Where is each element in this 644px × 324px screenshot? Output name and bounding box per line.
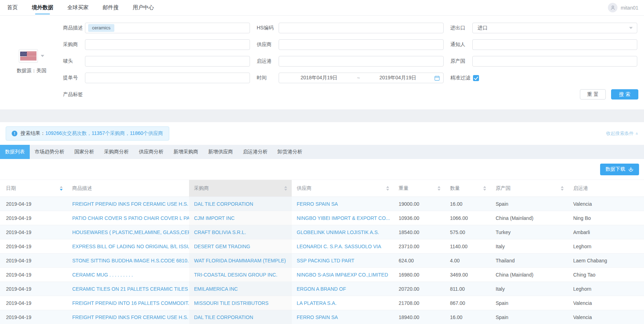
cell-link[interactable]: GLOBELINK UNIMAR LOJISTIK A.S. (297, 229, 379, 235)
column-header-3[interactable]: 供应商 (292, 180, 394, 197)
cell-link[interactable]: HOUSEWARES ( PLASTIC,MELAMINE, GLASS,CER… (72, 229, 189, 235)
cell-link[interactable]: ERGON A BRAND OF (297, 286, 346, 292)
sort-carets-icon[interactable] (438, 186, 440, 191)
cell-link[interactable]: STONE SITTING BUDDHA IMAGE H.S.CODE 6810… (72, 258, 189, 263)
tab-8[interactable]: 卸货港分析 (273, 145, 307, 159)
table-cell: Valencia (568, 296, 644, 310)
cell-link[interactable]: FREIGHT PREPAID INTO 16 PALLETS COMMODIT… (72, 300, 189, 306)
cell-link[interactable]: NINGBO S-ASIA IMP&EXP CO.,LIMITED (297, 272, 388, 278)
date-range-input[interactable]: 2018年04月19日 ~ 2019年04月19日 (279, 73, 444, 83)
cell-link[interactable]: FREIGHT PREPAID INKS FOR CERAMIC USE H.S… (72, 314, 189, 320)
datasource-selector[interactable] (19, 49, 44, 63)
table-cell: DAL TILE CORPORATION (189, 310, 292, 324)
column-header-4[interactable]: 重量 (394, 180, 445, 197)
cell-link[interactable]: SSP PACKING LTD PART (297, 258, 354, 263)
table-cell: 2019-04-19 (0, 268, 67, 282)
product-desc-label: 商品描述 (63, 25, 85, 31)
table-cell: TRI-COASTAL DESIGN GROUP INC. (189, 268, 292, 282)
column-header-0[interactable]: 日期 (0, 180, 67, 197)
tab-2[interactable]: 国家分析 (69, 145, 99, 159)
cell-link[interactable]: CJM IMPORT INC (194, 215, 235, 221)
sort-carets-icon[interactable] (483, 186, 486, 191)
calendar-icon (434, 75, 440, 81)
cell-link[interactable]: MISSOURI TILE DISTRIBUTORS (194, 300, 268, 306)
data-download-button[interactable]: 数据下载 (600, 164, 639, 175)
cell-link[interactable]: NINGBO YIBEI IMPORT & EXPORT CO... (297, 215, 390, 221)
cell-link[interactable]: DAL TILE CORPORATION (194, 314, 253, 320)
tab-0[interactable]: 数据列表 (0, 145, 30, 159)
table-row-4: 2019-04-19STONE SITTING BUDDHA IMAGE H.S… (0, 254, 644, 268)
date-start[interactable]: 2018年04月19日 (283, 75, 355, 81)
table-cell: 16.00 (445, 310, 491, 324)
hs-code-label: HS编码 (257, 25, 279, 31)
table-cell: Ching Tao (568, 268, 644, 282)
nav-item-2[interactable]: 全球买家 (67, 0, 89, 15)
column-label: 商品描述 (72, 185, 92, 191)
sort-carets-icon[interactable] (386, 186, 389, 191)
date-end[interactable]: 2019年04月19日 (361, 75, 434, 81)
tab-1[interactable]: 市场趋势分析 (30, 145, 69, 159)
cell-link[interactable]: CRAFT BOLIVIA S.R.L. (194, 229, 246, 235)
sort-carets-icon[interactable] (561, 186, 564, 191)
tab-5[interactable]: 新增采购商 (169, 145, 203, 159)
user-menu[interactable]: mitan01 (608, 0, 638, 15)
cell-link[interactable]: LA PLATERA S.A. (297, 300, 337, 306)
tab-7[interactable]: 启运港分析 (238, 145, 273, 159)
column-header-5[interactable]: 数量 (445, 180, 491, 197)
product-desc-tag[interactable]: ceramics (88, 24, 114, 32)
supplier-input[interactable] (279, 39, 444, 50)
notify-party-input[interactable] (472, 39, 637, 50)
table-cell: 2019-04-19 (0, 310, 67, 324)
table-row-6: 2019-04-19CERAMIC TILES ON 21 PALLETS CE… (0, 282, 644, 296)
table-cell: 2019-04-19 (0, 225, 67, 239)
tab-6[interactable]: 新增供应商 (203, 145, 238, 159)
results-summary: ! 搜索结果： 109266次交易次数，11357个采购商，11860个供应商 (6, 126, 169, 141)
cell-link[interactable]: EMILAMERICA INC (194, 286, 238, 292)
tab-4[interactable]: 供应商分析 (134, 145, 169, 159)
table-cell: Ning Bo (568, 211, 644, 225)
date-separator: ~ (355, 75, 361, 81)
tab-3[interactable]: 采购商分析 (99, 145, 134, 159)
table-cell: 16980.00 (394, 268, 445, 282)
table-cell: FERRO SPAIN SA (292, 310, 394, 324)
table-cell: LA PLATERA S.A. (292, 296, 394, 310)
precise-filter-checkbox[interactable] (473, 75, 479, 81)
cell-link[interactable]: CERAMIC TILES ON 21 PALLETS CERAMIC TILE… (72, 286, 189, 292)
cell-link[interactable]: PATIO CHAIR COVER S PATIO CHAIR COVER L … (72, 215, 189, 221)
search-form: 商品描述 ceramics HS编码 进出口 进口 采购商 (63, 23, 644, 100)
hs-code-input[interactable] (279, 23, 444, 33)
cell-link[interactable]: CERAMIC MUG . . . . . . . . . (72, 272, 133, 278)
cell-link[interactable]: FERRO SPAIN SA (297, 201, 338, 207)
collapse-search-link[interactable]: 收起搜索条件 « (606, 130, 638, 137)
cell-link[interactable]: DESERT GEM TRADING (194, 244, 250, 249)
bill-number-input[interactable] (85, 73, 250, 83)
loading-port-input[interactable] (279, 56, 444, 67)
sort-carets-icon[interactable] (284, 186, 287, 191)
nav-item-3[interactable]: 邮件搜 (103, 0, 119, 15)
nav-item-0[interactable]: 首页 (7, 0, 18, 15)
table-cell: China (Mainland) (491, 211, 568, 225)
cell-link[interactable]: LEONARDI C. S.P.A. SASSUOLO VIA (297, 244, 381, 249)
purchaser-input[interactable] (85, 39, 250, 50)
cell-link[interactable]: WAT FLORIDA DHAMMARAM (TEMPLE) (194, 258, 286, 263)
username: mitan01 (621, 5, 638, 11)
table-cell: 19000.00 (394, 197, 445, 211)
shipping-marks-input[interactable] (85, 56, 250, 67)
origin-country-input[interactable] (472, 56, 637, 67)
column-header-6[interactable]: 原产国 (491, 180, 568, 197)
import-export-select[interactable]: 进口 (472, 23, 637, 33)
cell-link[interactable]: EXPRESS BILL OF LADING NO ORIGINAL B/L I… (72, 244, 189, 249)
column-header-2[interactable]: 采购商 (189, 180, 292, 197)
cell-link[interactable]: FERRO SPAIN SA (297, 314, 338, 320)
reset-button[interactable]: 重 置 (580, 89, 606, 100)
sort-carets-icon[interactable] (60, 186, 63, 191)
product-desc-input[interactable]: ceramics (85, 23, 250, 33)
table-cell: CERAMIC MUG . . . . . . . . . (67, 268, 189, 282)
cell-link[interactable]: FREIGHT PREPAID INKS FOR CERAMIC USE H.S… (72, 201, 189, 207)
cell-link[interactable]: TRI-COASTAL DESIGN GROUP INC. (194, 272, 277, 278)
nav-item-1[interactable]: 境外数据 (32, 0, 53, 15)
search-button[interactable]: 搜 索 (611, 89, 638, 100)
column-label: 供应商 (297, 185, 312, 191)
cell-link[interactable]: DAL TILE CORPORATION (194, 201, 253, 207)
nav-item-4[interactable]: 用户中心 (133, 0, 154, 15)
